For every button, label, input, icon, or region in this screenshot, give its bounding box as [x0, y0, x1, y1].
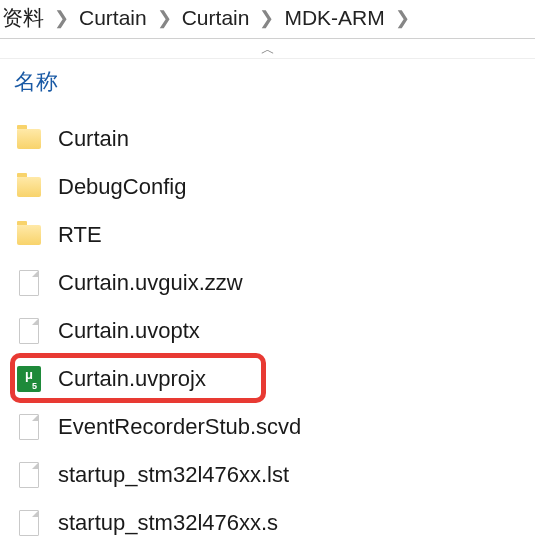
list-item[interactable]: Curtain: [8, 115, 535, 163]
keil-project-icon: [14, 361, 44, 397]
chevron-right-icon: ❯: [149, 7, 180, 29]
file-name: Curtain: [58, 126, 129, 152]
breadcrumb-item[interactable]: MDK-ARM: [282, 6, 386, 30]
list-item[interactable]: startup_stm32l476xx.s: [8, 499, 535, 538]
file-name: Curtain.uvoptx: [58, 318, 200, 344]
chevron-right-icon: ❯: [387, 7, 418, 29]
collapse-bar[interactable]: ︿: [0, 39, 535, 59]
list-item[interactable]: Curtain.uvoptx: [8, 307, 535, 355]
file-name: RTE: [58, 222, 102, 248]
file-name: Curtain.uvprojx: [58, 366, 206, 392]
folder-icon: [14, 121, 44, 157]
file-icon: [14, 505, 44, 538]
file-icon: [14, 313, 44, 349]
file-name: EventRecorderStub.scvd: [58, 414, 301, 440]
file-name: DebugConfig: [58, 174, 186, 200]
folder-icon: [14, 217, 44, 253]
file-icon: [14, 457, 44, 493]
file-name: Curtain.uvguix.zzw: [58, 270, 243, 296]
breadcrumb[interactable]: 资料 ❯ Curtain ❯ Curtain ❯ MDK-ARM ❯: [0, 0, 535, 39]
chevron-right-icon: ❯: [251, 7, 282, 29]
breadcrumb-item[interactable]: Curtain: [180, 6, 252, 30]
list-item[interactable]: Curtain.uvguix.zzw: [8, 259, 535, 307]
list-item[interactable]: EventRecorderStub.scvd: [8, 403, 535, 451]
file-icon: [14, 265, 44, 301]
list-item[interactable]: startup_stm32l476xx.lst: [8, 451, 535, 499]
list-item[interactable]: RTE: [8, 211, 535, 259]
file-list: Curtain DebugConfig RTE Curtain.uvguix.z…: [0, 111, 535, 538]
breadcrumb-item[interactable]: Curtain: [77, 6, 149, 30]
folder-icon: [14, 169, 44, 205]
breadcrumb-item[interactable]: 资料: [0, 4, 46, 32]
list-item[interactable]: Curtain.uvprojx: [8, 355, 535, 403]
file-icon: [14, 409, 44, 445]
chevron-up-icon: ︿: [261, 41, 275, 59]
chevron-right-icon: ❯: [46, 7, 77, 29]
file-name: startup_stm32l476xx.s: [58, 510, 278, 536]
column-header-name[interactable]: 名称: [0, 59, 535, 111]
file-name: startup_stm32l476xx.lst: [58, 462, 289, 488]
list-item[interactable]: DebugConfig: [8, 163, 535, 211]
